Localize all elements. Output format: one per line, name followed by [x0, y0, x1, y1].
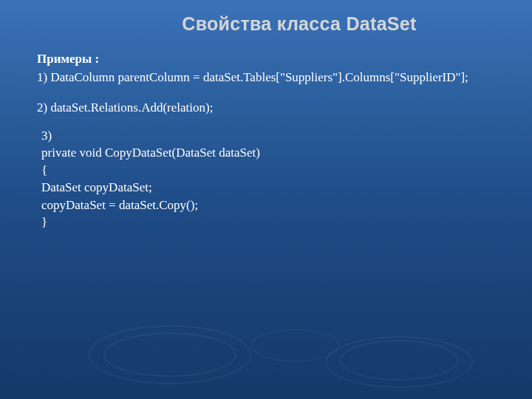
- code-line: private void CopyDataSet(DataSet dataSet…: [41, 144, 495, 161]
- code-line: DataSet copyDataSet;: [41, 179, 495, 196]
- code-line: copyDataSet = dataSet.Copy();: [41, 197, 495, 214]
- code-line: 3): [41, 127, 495, 144]
- ripple-decoration: [89, 325, 251, 384]
- code-line: }: [41, 214, 495, 231]
- example-3: 3) private void CopyDataSet(DataSet data…: [37, 127, 495, 231]
- slide-title: Свойства класса DataSet: [0, 0, 532, 35]
- slide-content: Примеры : 1) DataColumn parentColumn = d…: [0, 35, 532, 231]
- examples-heading: Примеры :: [37, 51, 495, 68]
- code-line: {: [41, 162, 495, 179]
- ripple-decoration: [325, 336, 473, 388]
- example-1: 1) DataColumn parentColumn = dataSet.Tab…: [37, 69, 495, 86]
- example-2: 2) dataSet.Relations.Add(relation);: [37, 100, 495, 117]
